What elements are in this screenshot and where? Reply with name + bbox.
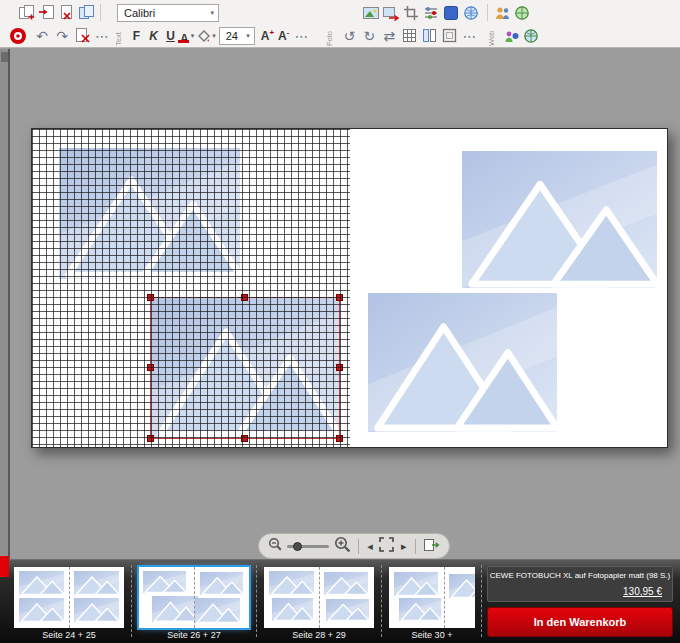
plus-sign: + [269,29,274,37]
text-group-label: Text [114,25,123,46]
insert-spread-icon[interactable] [36,3,56,23]
resize-handle-top-right[interactable] [336,294,343,301]
resize-handle-top-middle[interactable] [241,294,248,301]
photo-placeholder-1[interactable] [59,148,240,279]
cewe-logo-icon[interactable] [8,26,28,46]
next-spread-icon[interactable]: ▸ [399,540,408,553]
replace-photo-icon[interactable] [381,3,401,23]
resize-handle-middle-left[interactable] [147,364,154,371]
globe-share-icon[interactable] [512,3,532,23]
web-globe-icon[interactable] [521,26,541,46]
layout-icon[interactable] [419,26,439,46]
redo-icon[interactable]: ↷ [52,26,72,46]
photo-panel-icon[interactable] [441,3,461,23]
fit-to-window-icon[interactable] [379,537,394,556]
thumbnail-spread-24-25[interactable] [14,567,124,628]
photo-placeholder-4[interactable] [368,293,557,432]
thumbnail-separator [131,565,132,637]
foto-more-icon[interactable]: ⋯ [459,26,479,46]
toolbar-row-1: Calibri ▾ [0,2,532,23]
photo-frame-icon[interactable] [439,26,459,46]
thumbnail-separator [481,565,482,637]
cart-panel-tab[interactable] [0,556,9,577]
zoom-toolbar: ◂ ▸ [258,533,450,559]
fill-color-button[interactable]: ▾ [195,26,216,46]
toolbar-separator [487,4,488,21]
rotate-right-icon[interactable]: ↻ [359,26,379,46]
increase-font-button[interactable]: A+ [259,29,276,43]
cewe-fotowelt-window: Calibri ▾ [0,0,680,643]
thumb-photo [399,598,441,621]
font-family-value: Calibri [124,7,155,19]
thumbnail-spread-26-27-selected[interactable] [139,567,249,628]
thumb-photo [19,571,64,595]
more-options-icon[interactable]: ⋯ [92,26,112,46]
panel-splitter-handle[interactable] [1,52,8,62]
bold-button[interactable]: F [128,26,145,45]
thumb-gutter-line [69,567,70,628]
new-spread-icon[interactable] [16,3,36,23]
chevron-down-icon: ▾ [191,32,195,40]
web-group-label: Web [487,25,496,46]
page-left[interactable] [32,129,350,447]
zoom-out-icon[interactable] [268,537,282,555]
resize-handle-top-left[interactable] [147,294,154,301]
text-more-icon[interactable]: ⋯ [291,26,311,46]
duplicate-spread-icon[interactable] [76,3,96,23]
resize-handle-bottom-middle[interactable] [241,435,248,442]
delete-page-icon[interactable] [72,26,92,46]
rotate-left-icon[interactable]: ↺ [339,26,359,46]
photo-placeholder-3[interactable] [462,151,657,288]
chevron-down-icon: ▾ [241,32,250,40]
mountain-placeholder-image [151,298,339,438]
resize-handle-bottom-left[interactable] [147,435,154,442]
zoom-slider[interactable] [287,545,329,548]
web-upload-icon[interactable] [501,26,521,46]
add-to-cart-button[interactable]: In den Warenkorb [487,607,673,637]
resize-handle-middle-right[interactable] [336,364,343,371]
thumbnail-clip [389,567,475,628]
zoom-in-icon[interactable] [334,536,351,557]
undo-icon[interactable]: ↶ [32,26,52,46]
zoom-slider-handle[interactable] [293,542,302,551]
globe-icon[interactable] [461,3,481,23]
mountain-placeholder-image [59,148,240,279]
thumbnail-spread-28-29[interactable] [264,567,374,628]
italic-button[interactable]: K [145,26,162,45]
resize-handle-bottom-right[interactable] [336,435,343,442]
thumb-photo [269,571,314,595]
photo-placeholder-2-selected[interactable] [151,298,339,438]
font-color-swatch [178,40,189,43]
photo-effects-icon[interactable] [421,3,441,23]
left-panel-edge[interactable] [0,49,10,559]
fit-page-icon[interactable] [423,537,440,556]
thumbnail-spread-30[interactable] [389,567,475,628]
toolbar: Calibri ▾ [0,0,680,48]
zoom-separator [358,539,359,554]
product-name: CEWE FOTOBUCH XL auf Fotopapier matt (98… [488,567,672,580]
font-family-select[interactable]: Calibri ▾ [117,4,219,22]
decrease-font-button[interactable]: A- [276,29,291,43]
thumb-gutter-line [444,567,445,628]
underline-button[interactable]: U [162,26,179,45]
minus-sign: - [287,29,290,37]
chevron-down-icon: ▾ [205,9,214,17]
delete-spread-icon[interactable] [56,3,76,23]
increase-font-letter: A [261,29,270,43]
page-right[interactable] [350,129,667,447]
insert-photo-icon[interactable] [361,3,381,23]
crop-photo-icon[interactable] [401,3,421,23]
photo-grid-icon[interactable] [399,26,419,46]
flip-photo-icon[interactable]: ⇄ [379,26,399,46]
thumb-photo [272,598,313,621]
thumb-photo [19,598,64,622]
font-size-select[interactable]: 24 ▾ [219,27,255,45]
page-spread [31,128,668,448]
font-color-button[interactable]: A ▾ [179,26,195,45]
foto-group-label: Foto [325,25,334,46]
product-info-box: CEWE FOTOBUCH XL auf Fotopapier matt (98… [487,566,673,602]
thumb-photo [200,572,243,595]
people-icon[interactable] [492,3,512,23]
previous-spread-icon[interactable]: ◂ [366,540,375,553]
product-price[interactable]: 130,95 € [488,586,672,597]
